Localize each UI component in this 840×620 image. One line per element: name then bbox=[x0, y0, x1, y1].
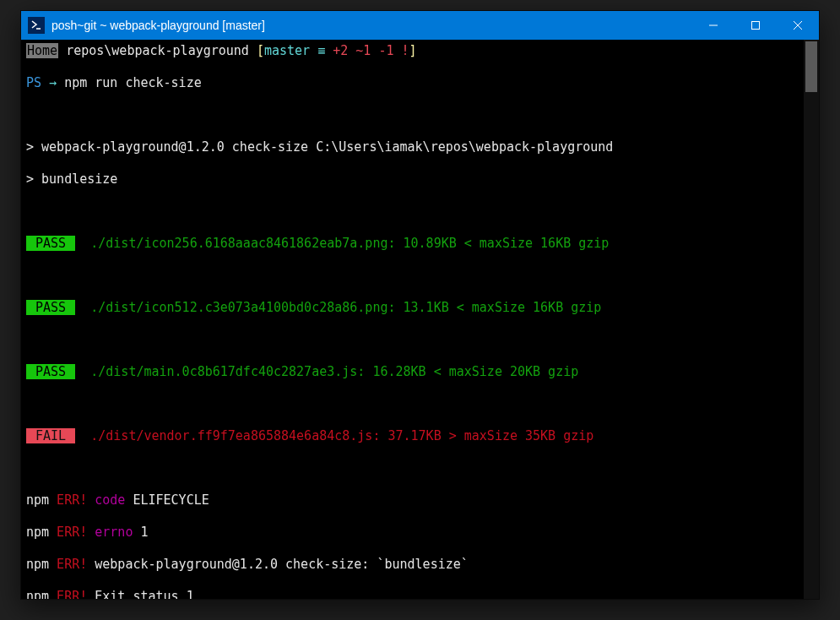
branch-name: master bbox=[264, 43, 310, 58]
titlebar[interactable]: posh~git ~ webpack-playground [master] bbox=[21, 11, 819, 40]
err-msg: Exit status 1 bbox=[87, 589, 193, 599]
err-code-val: ELIFECYCLE bbox=[125, 492, 209, 508]
pass-line-1: ./dist/icon256.6168aaac8461862eab7a.png:… bbox=[75, 236, 609, 251]
pass-badge: PASS bbox=[26, 364, 75, 379]
prompt-home: Home bbox=[26, 43, 58, 58]
err-label: ERR! bbox=[49, 557, 87, 572]
git-deleted: -1 bbox=[378, 43, 401, 58]
maximize-button[interactable] bbox=[734, 11, 777, 40]
npm-run-header-2: > bundlesize bbox=[26, 171, 799, 188]
prompt-path: repos\webpack-playground bbox=[58, 43, 257, 58]
branch-close: ] bbox=[409, 43, 417, 58]
npm-label: npm bbox=[26, 589, 49, 599]
git-equiv: ≡ bbox=[310, 43, 333, 58]
npm-run-header-1: > webpack-playground@1.2.0 check-size C:… bbox=[26, 139, 799, 155]
scrollbar-thumb[interactable] bbox=[805, 41, 817, 92]
err-label: ERR! bbox=[49, 492, 87, 508]
git-added: +2 bbox=[333, 43, 355, 58]
npm-label: npm bbox=[26, 492, 49, 508]
branch-open: [ bbox=[257, 43, 264, 58]
err-errno-label: errno bbox=[87, 525, 133, 540]
npm-label: npm bbox=[26, 557, 49, 572]
close-button[interactable] bbox=[777, 11, 819, 40]
scrollbar[interactable] bbox=[804, 40, 819, 599]
pass-badge: PASS bbox=[26, 300, 75, 315]
command-text: npm run check-size bbox=[64, 75, 202, 90]
pass-line-3: ./dist/main.0c8b617dfc40c2827ae3.js: 16.… bbox=[75, 364, 578, 379]
powershell-icon bbox=[28, 17, 45, 34]
svg-rect-2 bbox=[752, 22, 760, 30]
window-title: posh~git ~ webpack-playground [master] bbox=[51, 19, 265, 32]
err-label: ERR! bbox=[49, 589, 87, 599]
ps-label: PS bbox=[26, 75, 41, 90]
terminal-output[interactable]: Home repos\webpack-playground [master ≡ … bbox=[21, 40, 804, 599]
pass-badge: PASS bbox=[26, 236, 75, 251]
err-label: ERR! bbox=[49, 525, 87, 540]
git-modified: ~1 bbox=[355, 43, 378, 58]
pass-line-2: ./dist/icon512.c3e073a4100bd0c28a86.png:… bbox=[75, 300, 601, 315]
npm-label: npm bbox=[26, 525, 49, 540]
err-errno-val: 1 bbox=[133, 525, 148, 540]
err-msg: webpack-playground@1.2.0 check-size: `bu… bbox=[87, 557, 469, 572]
terminal-window: posh~git ~ webpack-playground [master] H… bbox=[20, 10, 820, 600]
fail-line-1: ./dist/vendor.ff9f7ea865884e6a84c8.js: 3… bbox=[75, 428, 593, 443]
git-bang: ! bbox=[402, 43, 409, 58]
minimize-button[interactable] bbox=[692, 11, 734, 40]
err-code-label: code bbox=[87, 492, 125, 508]
fail-badge: FAIL bbox=[26, 428, 75, 443]
prompt-arrow: → bbox=[41, 75, 64, 90]
